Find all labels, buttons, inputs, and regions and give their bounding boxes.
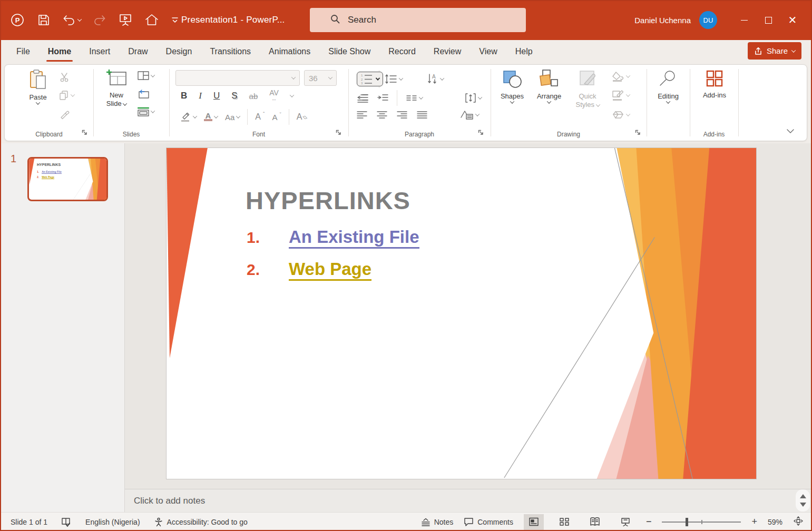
undo-dropdown-chevron[interactable] bbox=[77, 17, 82, 21]
drawing-group-label: Drawing bbox=[491, 131, 647, 138]
strikethrough-button[interactable]: ab bbox=[249, 92, 258, 101]
increase-font-size-button[interactable]: Aˆ bbox=[255, 112, 265, 122]
tab-insert[interactable]: Insert bbox=[80, 40, 119, 63]
new-slide-button[interactable]: New Slide bbox=[101, 69, 132, 108]
decrease-font-size-button[interactable]: Aˇ bbox=[272, 113, 281, 122]
drawing-dialog-launcher-icon[interactable] bbox=[635, 128, 641, 137]
font-size-chevron-icon bbox=[328, 75, 332, 79]
notes-pane[interactable]: Click to add notes bbox=[125, 489, 812, 512]
normal-view-button[interactable] bbox=[524, 514, 544, 530]
vertical-scrollbar[interactable] bbox=[796, 489, 810, 512]
tab-help[interactable]: Help bbox=[506, 40, 542, 63]
accessibility-status[interactable]: Accessibility: Good to go bbox=[154, 517, 248, 527]
home-icon[interactable] bbox=[144, 13, 159, 27]
clipboard-dialog-launcher-icon[interactable] bbox=[82, 128, 87, 137]
zoom-slider-thumb[interactable] bbox=[686, 518, 688, 526]
addins-button[interactable]: Add-ins bbox=[696, 69, 733, 100]
numbering-button[interactable]: 123 bbox=[357, 72, 383, 86]
align-left-icon[interactable] bbox=[357, 111, 367, 119]
increase-indent-icon[interactable] bbox=[377, 93, 388, 103]
search-box[interactable]: Search bbox=[310, 8, 526, 32]
clipboard-group-label: Clipboard bbox=[5, 131, 93, 138]
slide-title[interactable]: HYPERLINKS bbox=[246, 186, 410, 215]
font-name-combo[interactable] bbox=[175, 70, 300, 86]
reset-slide-icon[interactable] bbox=[138, 89, 149, 99]
bold-button[interactable]: B bbox=[181, 91, 187, 101]
tab-animations[interactable]: Animations bbox=[260, 40, 319, 63]
font-name-chevron-icon bbox=[291, 75, 296, 79]
italic-button[interactable]: I bbox=[199, 91, 202, 101]
maximize-button[interactable] bbox=[756, 0, 780, 40]
highlight-color-button[interactable] bbox=[180, 112, 197, 122]
font-size-combo[interactable]: 36 bbox=[304, 70, 337, 86]
zoom-out-button[interactable]: − bbox=[646, 516, 652, 527]
language-indicator[interactable]: English (Nigeria) bbox=[85, 518, 140, 526]
minimize-button[interactable] bbox=[732, 0, 756, 40]
shapes-button[interactable]: Shapes bbox=[497, 69, 527, 104]
slide-layout-icon[interactable] bbox=[138, 71, 154, 80]
decrease-indent-icon[interactable] bbox=[357, 93, 368, 103]
align-text-button[interactable] bbox=[465, 93, 482, 103]
notes-toggle-button[interactable]: Notes bbox=[421, 518, 454, 526]
start-slideshow-icon[interactable] bbox=[118, 13, 133, 27]
paste-button[interactable]: Paste bbox=[22, 69, 54, 105]
arrange-button[interactable]: Arrange bbox=[533, 69, 565, 104]
character-spacing-button[interactable]: AV↔ bbox=[269, 90, 279, 102]
line-spacing-button[interactable] bbox=[385, 74, 403, 84]
zoom-in-button[interactable]: + bbox=[751, 516, 757, 527]
tab-transitions[interactable]: Transitions bbox=[201, 40, 260, 63]
fit-slide-to-window-button[interactable] bbox=[793, 516, 804, 527]
tab-record[interactable]: Record bbox=[379, 40, 425, 63]
zoom-slider[interactable] bbox=[662, 518, 741, 526]
close-button[interactable]: ✕ bbox=[780, 0, 805, 40]
shapes-icon bbox=[502, 69, 523, 89]
comments-button[interactable]: Comments bbox=[464, 517, 513, 526]
hyperlink-existing-file[interactable]: An Existing File bbox=[289, 227, 419, 249]
avatar[interactable]: DU bbox=[699, 11, 717, 29]
slide[interactable]: HYPERLINKS 1. An Existing File 2. Web Pa… bbox=[166, 148, 757, 479]
slide-indicator[interactable]: Slide 1 of 1 bbox=[11, 518, 47, 526]
slideshow-view-button[interactable] bbox=[615, 514, 635, 530]
font-color-button[interactable]: A bbox=[204, 113, 218, 121]
share-button[interactable]: Share bbox=[748, 42, 801, 60]
tab-review[interactable]: Review bbox=[425, 40, 470, 63]
section-icon[interactable] bbox=[138, 107, 154, 116]
convert-to-smartart-button[interactable] bbox=[460, 110, 479, 120]
reading-view-button[interactable] bbox=[585, 514, 605, 530]
tab-draw[interactable]: Draw bbox=[119, 40, 156, 63]
slide-thumbnail[interactable]: HYPERLINKS 1.An Existing File 2.Web Page bbox=[27, 157, 108, 201]
powerpoint-logo-icon[interactable]: P bbox=[9, 12, 25, 28]
align-center-icon[interactable] bbox=[377, 111, 387, 119]
spell-check-icon[interactable] bbox=[61, 517, 72, 527]
columns-button[interactable] bbox=[406, 94, 423, 102]
document-title: Presentation1 - PowerP... bbox=[181, 0, 285, 40]
tab-file[interactable]: File bbox=[7, 40, 39, 63]
tab-slide-show[interactable]: Slide Show bbox=[319, 40, 379, 63]
svg-text:1: 1 bbox=[361, 74, 363, 77]
clear-formatting-button[interactable]: A▱ bbox=[297, 112, 308, 122]
save-icon[interactable] bbox=[37, 13, 51, 27]
zoom-level[interactable]: 59% bbox=[768, 518, 782, 526]
customize-qat-chevron-icon[interactable] bbox=[171, 16, 179, 24]
justify-icon[interactable] bbox=[417, 111, 427, 119]
collapse-ribbon-chevron-icon[interactable] bbox=[786, 127, 795, 136]
change-case-button[interactable]: Aa bbox=[225, 113, 240, 122]
slide-sorter-view-button[interactable] bbox=[554, 514, 574, 530]
text-shadow-button[interactable]: S bbox=[231, 91, 237, 101]
scroll-up-icon[interactable] bbox=[800, 494, 806, 498]
tab-view[interactable]: View bbox=[470, 40, 506, 63]
shape-outline-icon bbox=[612, 90, 630, 101]
character-spacing-chevron-icon[interactable] bbox=[290, 93, 294, 97]
underline-button[interactable]: U bbox=[213, 91, 220, 101]
text-direction-button[interactable]: A bbox=[427, 73, 444, 85]
align-right-icon[interactable] bbox=[397, 111, 407, 119]
user-name[interactable]: Daniel Uchenna bbox=[634, 16, 691, 25]
font-dialog-launcher-icon[interactable] bbox=[336, 128, 341, 137]
editing-button[interactable]: Editing bbox=[652, 69, 684, 104]
paragraph-dialog-launcher-icon[interactable] bbox=[478, 128, 484, 137]
hyperlink-web-page[interactable]: Web Page bbox=[289, 259, 371, 281]
tab-home[interactable]: Home bbox=[39, 40, 80, 63]
scroll-down-icon[interactable] bbox=[800, 503, 806, 507]
undo-icon[interactable] bbox=[62, 13, 81, 27]
tab-design[interactable]: Design bbox=[157, 40, 201, 63]
